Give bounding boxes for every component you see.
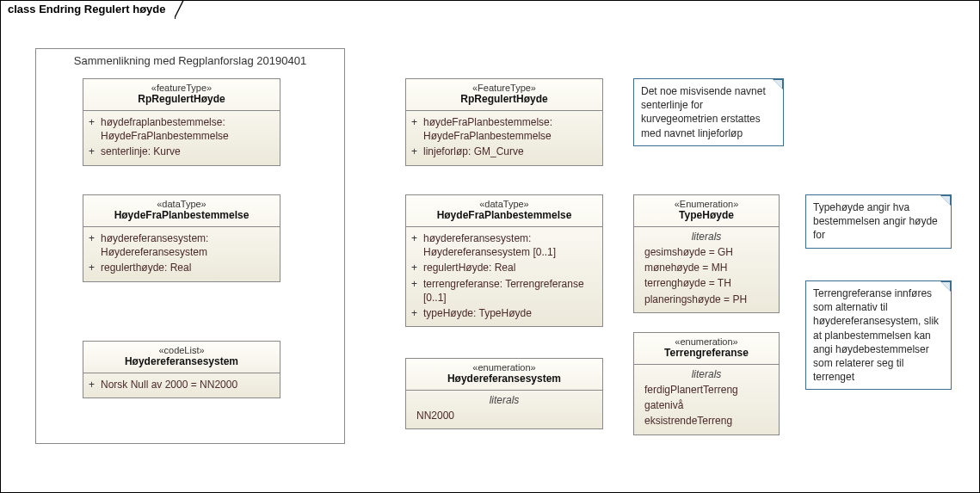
- literal: terrenghøyde = TH: [638, 275, 775, 291]
- class-name: TypeHøyde: [639, 209, 774, 221]
- attribute: +høydefraplanbestemmelse: HøydeFraPlanbe…: [87, 114, 276, 144]
- attribute: +linjeforløp: GM_Curve: [410, 144, 599, 159]
- attribute: +typeHøyde: TypeHøyde: [410, 305, 599, 321]
- class-name: HøydeFraPlanbestemmelse: [89, 209, 274, 221]
- group-title: Sammenlikning med Regplanforslag 2019040…: [36, 54, 344, 67]
- attribute: +Norsk Null av 2000 = NN2000: [87, 377, 276, 392]
- class-name: Høydereferansesystem: [89, 355, 274, 367]
- enum-hoydereferansesystem-new: «enumeration» Høydereferansesystem liter…: [405, 358, 603, 429]
- class-rpregulerthoyde-new: «FeatureType» RpRegulertHøyde +høydeFraP…: [405, 78, 603, 166]
- literal: eksistrendeTerreng: [638, 413, 775, 428]
- note-typehoyde: Typehøyde angir hva bestemmelsen angir h…: [805, 194, 952, 249]
- attribute: +høydereferansesystem: Høydereferansesys…: [410, 231, 599, 260]
- stereotype: «Enumeration»: [639, 199, 774, 209]
- frame-tab: class Endring Regulert høyde: [0, 0, 176, 19]
- literal: NN2000: [410, 408, 599, 423]
- stereotype: «enumeration»: [639, 336, 774, 347]
- class-name: HøydeFraPlanbestemmelse: [411, 209, 597, 221]
- attribute: +høydereferansesystem: Høydereferansesys…: [87, 231, 276, 260]
- literal: gesimshøyde = GH: [638, 244, 775, 260]
- stereotype: «dataType»: [89, 199, 274, 209]
- note-linjeforlop: Det noe misvisende navnet senterlinje fo…: [633, 78, 784, 146]
- class-name: RpRegulertHøyde: [89, 93, 274, 105]
- class-hoydefraplanbestemmelse-new: «dataType» HøydeFraPlanbestemmelse +høyd…: [405, 194, 603, 327]
- literal: planeringshøyde = PH: [638, 292, 775, 307]
- attribute: +høydeFraPlanbestemmelse: HøydeFraPlanbe…: [410, 114, 599, 144]
- stereotype: «FeatureType»: [411, 83, 597, 93]
- attribute: +regulertHøyde: Real: [410, 260, 599, 275]
- frame-title: class Endring Regulert høyde: [8, 3, 166, 15]
- stereotype: «codeList»: [89, 345, 274, 355]
- class-rpregulerthoyde-old: «featureType» RpRegulertHøyde +høydefrap…: [83, 78, 280, 166]
- diagram-canvas: class Endring Regulert høyde Sammenlikni…: [0, 0, 980, 493]
- class-name: Høydereferansesystem: [411, 373, 597, 385]
- literals-header: literals: [638, 368, 775, 382]
- literal: gatenivå: [638, 397, 775, 413]
- class-hoydefraplanbestemmelse-old: «dataType» HøydeFraPlanbestemmelse +høyd…: [83, 194, 280, 282]
- enum-typehoyde: «Enumeration» TypeHøyde literals gesimsh…: [633, 194, 780, 313]
- attribute: +terrengreferanse: Terrengreferanse [0..…: [410, 276, 599, 305]
- stereotype: «dataType»: [411, 199, 597, 209]
- literals-header: literals: [638, 231, 775, 244]
- stereotype: «featureType»: [89, 83, 274, 93]
- stereotype: «enumeration»: [411, 362, 597, 373]
- enum-terrengreferanse: «enumeration» Terrengreferanse literals …: [633, 332, 780, 435]
- attribute: +regulerthøyde: Real: [87, 260, 276, 275]
- class-name: Terrengreferanse: [639, 347, 774, 359]
- literal: mønehøyde = MH: [638, 260, 775, 275]
- attribute: +senterlinje: Kurve: [87, 144, 276, 159]
- class-name: RpRegulertHøyde: [411, 93, 597, 105]
- literals-header: literals: [410, 394, 599, 408]
- note-terrengreferanse: Terrengreferanse innføres som alternativ…: [805, 280, 952, 390]
- class-hoydereferansesystem-old: «codeList» Høydereferansesystem +Norsk N…: [83, 341, 280, 398]
- literal: ferdigPlanertTerreng: [638, 382, 775, 397]
